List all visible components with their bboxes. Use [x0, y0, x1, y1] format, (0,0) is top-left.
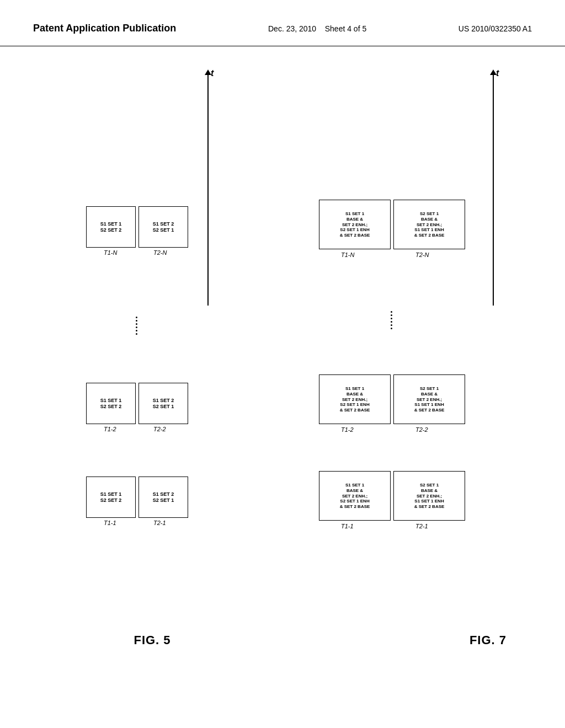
fig5-r1-c1: S1 SET 1S2 SET 2 [86, 477, 136, 518]
fig7-label-t2-n: T2-N [415, 251, 429, 258]
fig5-label-t2-n: T2-N [153, 249, 167, 256]
fig7-dots [391, 311, 392, 329]
fig5-label-t1-1: T1-1 [104, 520, 116, 526]
dot2 [391, 314, 392, 316]
fig7-container: t S1 SET 1BASE &SET 2 ENH.;S2 SET 1 ENH&… [282, 63, 543, 692]
dot5 [391, 324, 392, 326]
fig7-time-label: t [496, 68, 499, 78]
fig7-r2-c2: S2 SET 1BASE &SET 2 ENH.;S1 SET 1 ENH& S… [393, 374, 465, 424]
fig5-r2-c2: S1 SET 2S2 SET 1 [138, 383, 188, 424]
sheet-info: Sheet 4 of 5 [325, 24, 367, 33]
fig5-time-axis [207, 74, 209, 306]
fig7-diagram: t S1 SET 1BASE &SET 2 ENH.;S2 SET 1 ENH&… [319, 63, 507, 659]
fig7-label-t1-2: T1-2 [341, 426, 354, 433]
fig7-label: FIG. 7 [470, 633, 507, 647]
fig5-label-t1-n: T1-N [104, 249, 117, 256]
fig7-label-t2-1: T2-1 [415, 523, 428, 529]
patent-number: US 2010/0322350 A1 [459, 24, 532, 33]
fig5-rn-c1: S1 SET 1S2 SET 2 [86, 206, 136, 248]
fig5-label-t1-2: T1-2 [104, 426, 116, 432]
fig5-r2-c1: S1 SET 1S2 SET 2 [86, 383, 136, 424]
dot4 [136, 326, 137, 328]
fig7-r2-c1: S1 SET 1BASE &SET 2 ENH.;S2 SET 1 ENH& S… [319, 374, 391, 424]
fig7-label-t2-2: T2-2 [415, 426, 428, 433]
fig7-r1-c1: S1 SET 1BASE &SET 2 ENH.;S2 SET 1 ENH& S… [319, 471, 391, 521]
content-area: t S1 SET 1S2 SET 2 T1-1 S1 SET 2S2 SET 1… [0, 46, 565, 708]
fig5-container: t S1 SET 1S2 SET 2 T1-1 S1 SET 2S2 SET 1… [22, 63, 282, 692]
dot6 [391, 328, 392, 329]
fig7-rn-c1: S1 SET 1BASE &SET 2 ENH.;S2 SET 1 ENH& S… [319, 200, 391, 249]
dot3 [136, 323, 137, 325]
fig5-label-t2-2: T2-2 [153, 426, 166, 432]
dot1 [136, 317, 137, 318]
dot5 [136, 330, 137, 331]
dot4 [391, 321, 392, 323]
publication-date: Dec. 23, 2010 [268, 24, 316, 33]
fig5-dots [136, 317, 137, 335]
fig5-rn-c2: S1 SET 2S2 SET 1 [138, 206, 188, 248]
dot2 [136, 320, 137, 322]
page-header: Patent Application Publication Dec. 23, … [0, 0, 565, 46]
fig7-label-t1-n: T1-N [341, 251, 354, 258]
fig5-label: FIG. 5 [134, 633, 170, 647]
publication-date-sheet: Dec. 23, 2010 Sheet 4 of 5 [268, 24, 366, 33]
fig5-label-t2-1: T2-1 [153, 520, 166, 526]
dot6 [136, 333, 137, 335]
fig7-rn-c2: S2 SET 1BASE &SET 2 ENH.;S1 SET 1 ENH& S… [393, 200, 465, 249]
publication-title: Patent Application Publication [33, 22, 176, 35]
fig5-time-label: t [211, 68, 214, 78]
dot1 [391, 311, 392, 313]
fig7-r1-c2: S2 SET 1BASE &SET 2 ENH.;S1 SET 1 ENH& S… [393, 471, 465, 521]
fig5-r1-c2: S1 SET 2S2 SET 1 [138, 477, 188, 518]
fig7-label-t1-1: T1-1 [341, 523, 354, 529]
dot3 [391, 318, 392, 319]
fig7-time-axis [493, 74, 494, 306]
fig5-diagram: t S1 SET 1S2 SET 2 T1-1 S1 SET 2S2 SET 1… [81, 63, 224, 659]
